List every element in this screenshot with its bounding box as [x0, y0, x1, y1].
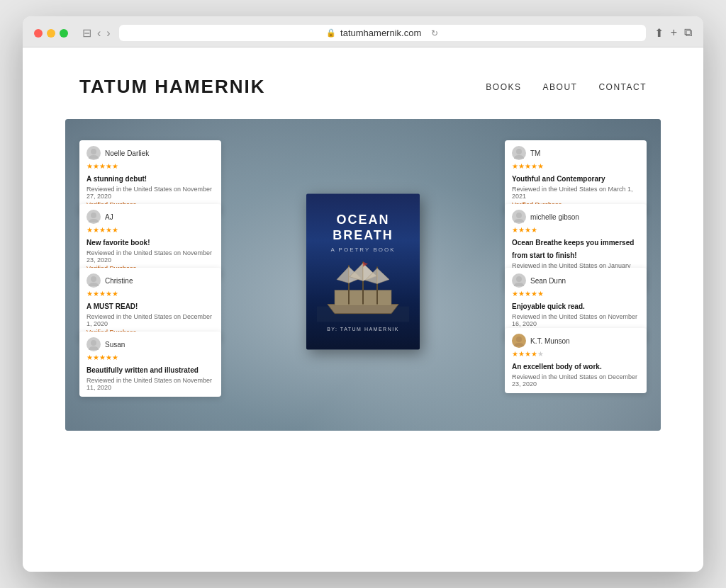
svg-point-7	[91, 276, 96, 282]
review-title-2: New favorite book!	[86, 239, 150, 247]
share-icon[interactable]: ⬆	[654, 26, 664, 40]
review-title-7: Enjoyable quick read.	[512, 303, 585, 310]
review-card-2: AJ ★★★★★ New favorite book! Reviewed in …	[79, 204, 221, 278]
review-card-4: Susan ★★★★★ Beautifully written and illu…	[79, 332, 221, 397]
review-card-5: TM ★★★★★ Youthful and Contemporary Revie…	[505, 140, 647, 214]
sidebar-toggle-icon[interactable]: ⊟	[82, 26, 91, 40]
address-bar[interactable]: 🔒 tatumhamernik.com ↻	[119, 25, 646, 41]
review-card-8: K.T. Munson ★★★★★ An excellent body of w…	[505, 328, 647, 393]
avatar-5	[512, 146, 526, 160]
book-author: BY: TATUM HAMERNIK	[327, 326, 399, 331]
browser-chrome: ⊟ ‹ › 🔒 tatumhamernik.com ↻ ⬆ + ⧉	[23, 16, 703, 47]
reviewer-name-4: Susan	[105, 341, 125, 349]
ship-illustration	[317, 258, 409, 322]
minimize-button[interactable]	[47, 29, 55, 38]
tabs-icon[interactable]: ⧉	[684, 26, 692, 40]
review-date-5: Reviewed in the United States on March 1…	[512, 186, 640, 200]
review-date-7: Reviewed in the United States on Novembe…	[512, 313, 640, 327]
forward-button[interactable]: ›	[106, 27, 110, 40]
reviewer-name-6: michelle gibson	[530, 213, 579, 221]
stars-5: ★★★★★	[512, 162, 640, 170]
avatar-2	[86, 210, 101, 224]
hero-section: OCEAN BREATH A POETRY BOOK	[65, 119, 661, 431]
close-button[interactable]	[34, 29, 43, 38]
url-text: tatumhamernik.com	[340, 28, 421, 38]
review-date-2: Reviewed in the United States on Novembe…	[86, 249, 214, 264]
stars-8: ★★★★★	[512, 350, 640, 358]
svg-point-9	[516, 149, 522, 154]
site-logo[interactable]: TATUM HAMERNIK	[79, 76, 265, 98]
avatar-3	[86, 273, 101, 288]
review-title-1: A stunning debut!	[86, 175, 147, 183]
stars-4: ★★★★★	[86, 354, 214, 361]
reviewer-name-8: K.T. Munson	[530, 337, 570, 345]
website-content: TATUM HAMERNIK BOOKS ABOUT CONTACT OCEAN…	[23, 47, 703, 572]
reviewer-name-3: Christine	[105, 277, 133, 285]
browser-controls: ⊟ ‹ ›	[82, 26, 111, 40]
reload-icon[interactable]: ↻	[431, 28, 438, 38]
site-header: TATUM HAMERNIK BOOKS ABOUT CONTACT	[23, 47, 703, 119]
book-subtitle: A POETRY BOOK	[330, 246, 395, 252]
svg-point-11	[516, 276, 522, 282]
svg-point-5	[91, 149, 96, 154]
review-date-8: Reviewed in the United States on Decembe…	[512, 373, 640, 388]
reviewer-name-7: Sean Dunn	[530, 277, 566, 285]
review-title-3: A MUST READ!	[86, 303, 138, 310]
svg-point-6	[91, 213, 96, 218]
review-title-6: Ocean Breathe keeps you immersed from st…	[512, 239, 634, 259]
maximize-button[interactable]	[60, 29, 68, 38]
stars-2: ★★★★★	[86, 226, 214, 234]
stars-7: ★★★★★	[512, 290, 640, 298]
avatar-4	[86, 337, 101, 351]
nav-contact[interactable]: CONTACT	[598, 82, 647, 92]
review-date-4: Reviewed in the United States on Novembe…	[86, 377, 214, 391]
site-nav: BOOKS ABOUT CONTACT	[486, 82, 647, 92]
review-card-1: Noelle Darliek ★★★★★ A stunning debut! R…	[79, 140, 221, 214]
svg-point-12	[516, 337, 522, 342]
nav-about[interactable]: ABOUT	[543, 82, 578, 92]
back-button[interactable]: ‹	[97, 27, 101, 40]
avatar-1	[86, 146, 101, 160]
stars-6: ★★★★	[512, 226, 640, 234]
review-date-3: Reviewed in the United States on Decembe…	[86, 313, 214, 327]
avatar-8	[512, 334, 526, 348]
review-card-3: Christine ★★★★★ A MUST READ! Reviewed in…	[79, 268, 221, 341]
book-cover: OCEAN BREATH A POETRY BOOK	[306, 194, 420, 350]
svg-point-8	[91, 340, 96, 346]
lock-icon: 🔒	[326, 28, 336, 38]
stars-3: ★★★★★	[86, 290, 214, 298]
review-title-8: An excellent body of work.	[512, 363, 602, 371]
review-title-5: Youthful and Contemporary	[512, 175, 605, 183]
nav-books[interactable]: BOOKS	[486, 82, 521, 92]
avatar-6	[512, 210, 526, 224]
browser-window: ⊟ ‹ › 🔒 tatumhamernik.com ↻ ⬆ + ⧉ TATUM …	[23, 16, 703, 572]
review-date-1: Reviewed in the United States on Novembe…	[86, 186, 214, 200]
traffic-lights	[34, 29, 68, 38]
new-tab-icon[interactable]: +	[671, 26, 677, 40]
reviewer-name-1: Noelle Darliek	[105, 149, 149, 157]
book-container: OCEAN BREATH A POETRY BOOK	[306, 194, 420, 350]
reviewer-name-2: AJ	[105, 213, 113, 221]
svg-point-10	[516, 213, 522, 218]
book-title: OCEAN BREATH	[315, 213, 411, 243]
review-title-4: Beautifully written and illustrated	[86, 366, 199, 374]
reviewer-name-5: TM	[530, 149, 540, 157]
browser-actions: ⬆ + ⧉	[654, 26, 692, 40]
stars-1: ★★★★★	[86, 162, 214, 170]
avatar-7	[512, 273, 526, 288]
